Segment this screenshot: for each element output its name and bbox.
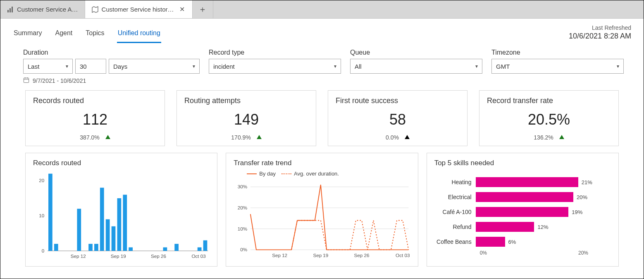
skill-bar xyxy=(476,207,569,217)
chevron-down-icon: ▾ xyxy=(617,63,619,69)
svg-text:Sep 26: Sep 26 xyxy=(151,254,166,259)
filter-label: Record type xyxy=(209,49,341,56)
tab-label: Customer Service A… xyxy=(17,6,78,13)
chart-legend: By day Avg. over duration. xyxy=(247,171,410,177)
trend-up-icon xyxy=(105,135,110,139)
panel-title: Top 5 skills needed xyxy=(434,159,611,167)
svg-text:20: 20 xyxy=(39,178,44,183)
svg-text:30%: 30% xyxy=(238,184,247,189)
trend-up-icon xyxy=(257,135,262,139)
skill-label: Electrical xyxy=(434,194,476,200)
chevron-down-icon: ▾ xyxy=(475,63,478,69)
record-type-select[interactable]: incident ▾ xyxy=(209,59,341,74)
select-value: All xyxy=(355,63,362,70)
svg-rect-2 xyxy=(12,7,13,12)
nav-agent[interactable]: Agent xyxy=(54,27,73,43)
legend-item-by-day: By day xyxy=(247,171,276,177)
line-solid-icon xyxy=(247,173,257,174)
close-icon[interactable]: ✕ xyxy=(179,5,186,13)
nav-unified-routing[interactable]: Unified routing xyxy=(117,27,161,43)
chevron-down-icon: ▾ xyxy=(193,63,195,69)
svg-text:Sep 19: Sep 19 xyxy=(313,253,329,258)
chevron-down-icon: ▾ xyxy=(66,63,68,69)
select-value: GMT xyxy=(496,63,510,70)
svg-text:Sep 26: Sep 26 xyxy=(354,253,370,258)
filter-label: Timezone xyxy=(491,49,624,56)
svg-rect-11 xyxy=(48,174,52,251)
card-title: First route success xyxy=(336,96,460,105)
card-title: Routing attempts xyxy=(184,96,308,105)
nav-summary[interactable]: Summary xyxy=(13,27,43,43)
svg-rect-22 xyxy=(163,248,167,251)
analytics-icon xyxy=(7,6,14,13)
svg-text:Sep 12: Sep 12 xyxy=(272,253,288,258)
filter-queue: Queue All ▾ xyxy=(350,49,482,74)
date-range-text: 9/7/2021 - 10/6/2021 xyxy=(33,77,86,84)
date-range: 9/7/2021 - 10/6/2021 xyxy=(0,74,644,84)
panel-title: Transfer rate trend xyxy=(234,159,410,167)
card-value: 112 xyxy=(33,111,157,128)
card-title: Records routed xyxy=(33,96,157,105)
axis-tick: 20% xyxy=(578,250,588,256)
calendar-icon xyxy=(23,77,29,84)
skill-row: Heating21% xyxy=(434,177,611,187)
card-value: 58 xyxy=(336,111,460,128)
duration-num-input[interactable]: 30 xyxy=(75,59,106,74)
timezone-select[interactable]: GMT ▾ xyxy=(491,59,624,74)
queue-select[interactable]: All ▾ xyxy=(350,59,482,74)
skill-row: Refund12% xyxy=(434,222,611,232)
skills-axis: 0% 20% xyxy=(434,247,611,256)
select-value: Days xyxy=(113,63,127,70)
select-value: 30 xyxy=(80,63,87,70)
skill-bar xyxy=(476,237,505,247)
svg-text:Sep 19: Sep 19 xyxy=(111,254,126,259)
new-tab-button[interactable]: ＋ xyxy=(193,0,213,18)
skill-value: 20% xyxy=(573,194,587,200)
svg-text:10: 10 xyxy=(39,213,44,218)
duration-unit-select[interactable]: Days ▾ xyxy=(109,59,200,74)
trend-up-icon xyxy=(559,135,564,139)
skill-label: Refund xyxy=(434,224,476,230)
card-delta: 387.0% xyxy=(33,134,157,141)
filter-label: Duration xyxy=(23,49,200,56)
svg-rect-19 xyxy=(117,198,122,251)
skills-bar-chart: Heating21%Electrical20%Café A-10019%Refu… xyxy=(434,171,611,247)
duration-mode-select[interactable]: Last ▾ xyxy=(23,59,73,74)
skill-bar xyxy=(476,222,534,232)
kpi-first-route-success: First route success 58 0.0% xyxy=(328,90,467,146)
svg-rect-1 xyxy=(10,8,11,12)
tab-label: Customer Service historic… xyxy=(102,6,175,13)
nav-topics[interactable]: Topics xyxy=(85,27,105,43)
skill-label: Coffee Beans xyxy=(434,238,476,245)
svg-text:Oct 03: Oct 03 xyxy=(191,254,205,259)
chevron-down-icon: ▾ xyxy=(334,63,336,69)
tab-inactive[interactable]: Customer Service A… xyxy=(0,0,85,18)
filter-duration: Duration Last ▾ 30 Days ▾ xyxy=(23,49,200,74)
svg-rect-17 xyxy=(106,219,110,251)
skill-label: Café A-100 xyxy=(434,209,476,215)
svg-rect-18 xyxy=(112,226,116,251)
card-delta: 170.9% xyxy=(184,134,308,141)
card-value: 20.5% xyxy=(487,111,611,128)
axis-tick: 0% xyxy=(480,250,487,256)
card-title: Record transfer rate xyxy=(487,96,611,105)
svg-rect-16 xyxy=(100,188,104,251)
svg-rect-24 xyxy=(198,248,202,251)
window-tabstrip: Customer Service A… Customer Service his… xyxy=(0,0,644,19)
svg-rect-20 xyxy=(123,195,127,251)
panel-title: Records routed xyxy=(33,159,210,167)
skill-value: 12% xyxy=(534,224,548,230)
svg-text:20%: 20% xyxy=(238,205,247,210)
skill-bar xyxy=(476,177,578,187)
svg-text:0: 0 xyxy=(42,248,45,253)
line-chart: 0%10%20%30%Sep 12Sep 19Sep 26Oct 03 xyxy=(234,178,410,262)
skill-bar xyxy=(476,192,573,202)
filter-record-type: Record type incident ▾ xyxy=(209,49,341,74)
svg-text:0%: 0% xyxy=(241,247,248,252)
card-value: 149 xyxy=(184,111,308,128)
kpi-record-transfer-rate: Record transfer rate 20.5% 136.2% xyxy=(479,90,619,146)
svg-rect-12 xyxy=(54,244,58,251)
filter-timezone: Timezone GMT ▾ xyxy=(491,49,624,74)
tab-active[interactable]: Customer Service historic… ✕ xyxy=(85,0,193,18)
panel-transfer-rate-trend: Transfer rate trend By day Avg. over dur… xyxy=(226,153,418,267)
